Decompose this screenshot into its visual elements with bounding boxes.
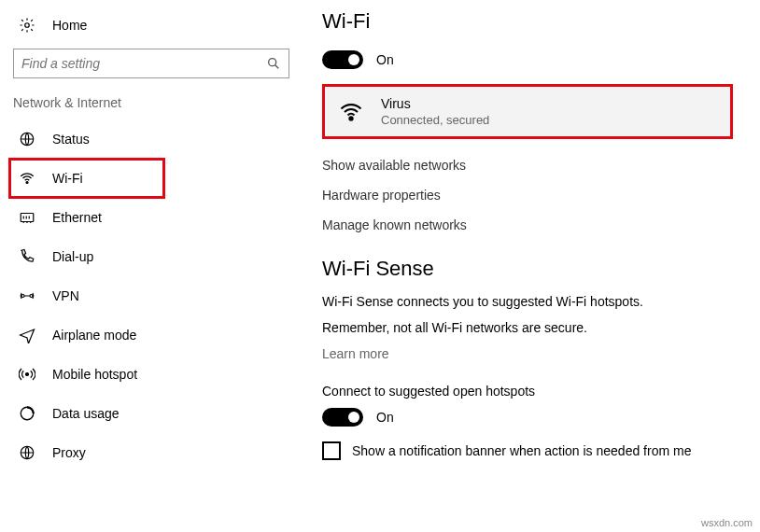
notification-checkbox-label: Show a notification banner when action i…	[352, 443, 691, 458]
svg-point-8	[26, 373, 29, 376]
search-input[interactable]	[21, 56, 266, 71]
notification-checkbox[interactable]	[322, 441, 341, 460]
sidebar-item-label: Dial-up	[52, 249, 93, 264]
phone-icon	[19, 248, 35, 265]
learn-more-link[interactable]: Learn more	[322, 346, 389, 361]
connect-open-hotspots-label: Connect to suggested open hotspots	[322, 384, 741, 399]
gear-icon	[19, 17, 35, 34]
wifi-icon	[19, 170, 35, 187]
wifi-signal-icon	[338, 99, 364, 125]
ethernet-icon	[19, 209, 35, 226]
hotspot-icon	[19, 366, 35, 383]
data-usage-icon	[19, 405, 35, 422]
hardware-properties-link[interactable]: Hardware properties	[322, 180, 741, 210]
vpn-icon	[19, 287, 35, 304]
connect-open-toggle-label: On	[376, 410, 394, 425]
sidebar-item-dialup[interactable]: Dial-up	[9, 237, 294, 276]
proxy-icon	[19, 444, 35, 461]
network-status: Connected, secured	[381, 113, 489, 127]
sidebar-item-label: VPN	[52, 288, 79, 303]
content-pane: Wi-Fi On Virus Connected, secured Show a…	[294, 0, 760, 532]
search-icon	[266, 56, 281, 71]
wifi-toggle-label: On	[376, 52, 394, 67]
current-network-card[interactable]: Virus Connected, secured	[322, 84, 733, 139]
manage-known-networks-link[interactable]: Manage known networks	[322, 210, 741, 240]
sidebar-item-proxy[interactable]: Proxy	[9, 433, 294, 472]
nav-list: Status Wi-Fi Ethernet Dial-up	[9, 119, 294, 472]
category-header: Network & Internet	[9, 91, 294, 119]
sidebar-item-ethernet[interactable]: Ethernet	[9, 198, 294, 237]
svg-point-7	[30, 295, 33, 298]
wifi-sense-desc: Wi-Fi Sense connects you to suggested Wi…	[322, 294, 741, 309]
sidebar-item-airplane[interactable]: Airplane mode	[9, 315, 294, 355]
home-nav[interactable]: Home	[9, 9, 294, 41]
wifi-sense-title: Wi-Fi Sense	[322, 257, 741, 281]
globe-icon	[19, 131, 35, 147]
sidebar-item-label: Ethernet	[52, 210, 102, 225]
sidebar-item-wifi[interactable]: Wi-Fi	[9, 159, 164, 198]
sidebar-item-label: Status	[52, 132, 90, 147]
home-label: Home	[52, 18, 87, 33]
network-name: Virus	[381, 96, 489, 111]
airplane-icon	[19, 327, 35, 343]
show-available-networks-link[interactable]: Show available networks	[322, 150, 741, 180]
svg-point-4	[26, 182, 28, 184]
svg-line-2	[275, 65, 279, 69]
search-input-container[interactable]	[13, 49, 289, 78]
svg-point-1	[269, 59, 276, 66]
connect-open-toggle[interactable]	[322, 408, 363, 427]
sidebar-item-datausage[interactable]: Data usage	[9, 394, 294, 433]
wifi-sense-warning: Remember, not all Wi-Fi networks are sec…	[322, 320, 741, 335]
sidebar-item-label: Airplane mode	[52, 328, 136, 343]
sidebar-item-label: Wi-Fi	[52, 171, 83, 186]
svg-point-11	[349, 117, 352, 119]
connect-open-toggle-row: On	[322, 408, 741, 427]
page-title: Wi-Fi	[322, 9, 741, 34]
sidebar: Home Network & Internet Status	[0, 0, 294, 532]
svg-rect-5	[21, 214, 34, 222]
sidebar-item-label: Data usage	[52, 406, 120, 421]
sidebar-item-label: Proxy	[52, 445, 86, 460]
notification-checkbox-row: Show a notification banner when action i…	[322, 441, 741, 460]
sidebar-item-vpn[interactable]: VPN	[9, 276, 294, 315]
svg-point-6	[21, 295, 24, 298]
wifi-toggle-row: On	[322, 50, 741, 69]
wifi-toggle[interactable]	[322, 50, 363, 69]
sidebar-item-hotspot[interactable]: Mobile hotspot	[9, 355, 294, 394]
sidebar-item-status[interactable]: Status	[9, 119, 294, 159]
svg-point-0	[25, 23, 30, 28]
watermark: wsxdn.com	[701, 517, 753, 528]
sidebar-item-label: Mobile hotspot	[52, 367, 137, 382]
